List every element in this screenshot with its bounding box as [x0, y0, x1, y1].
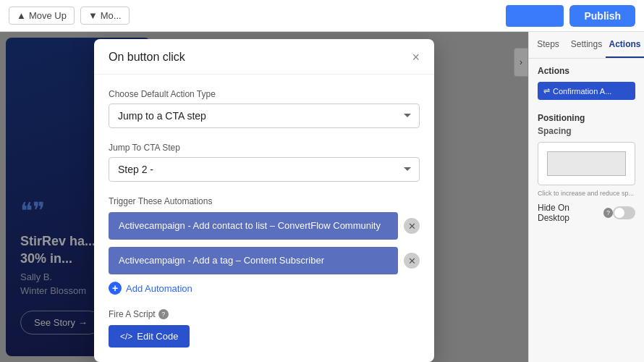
hide-desktop-text: Hide On Desktop: [538, 203, 601, 223]
hide-desktop-help-icon[interactable]: ?: [603, 208, 613, 218]
publish-label: Publish: [584, 10, 621, 22]
automation-item-1: Activecampaign - Add contact to list – C…: [109, 212, 420, 240]
tab-steps-label: Steps: [537, 39, 559, 49]
modal-title: On button click: [109, 51, 185, 64]
hide-on-desktop-section: Hide On Desktop ?: [529, 198, 644, 227]
default-action-group: Choose Default Action Type Jump to a CTA…: [109, 89, 420, 128]
edit-code-button[interactable]: </> Edit Code: [109, 325, 190, 348]
tab-steps[interactable]: Steps: [529, 32, 567, 58]
jump-to-select[interactable]: Step 1 - Step 2 - Step 3 -: [109, 157, 420, 182]
automation-chip-2[interactable]: Activecampaign - Add a tag – Content Sub…: [109, 247, 398, 274]
top-bar-left: ▲ Move Up ▼ Mo...: [9, 7, 130, 25]
top-bar-right: Publish: [506, 5, 635, 27]
spacing-hint: Click to increase and reduce sp...: [529, 188, 644, 198]
trigger-automations-group: Trigger These Automations Activecampaign…: [109, 196, 420, 295]
on-button-click-modal: On button click × Choose Default Action …: [94, 39, 434, 362]
tab-settings[interactable]: Settings: [567, 32, 606, 58]
tab-actions-label: Actions: [609, 39, 640, 49]
spacing-inner: [547, 151, 626, 176]
close-icon: ×: [412, 50, 420, 64]
jump-to-label: Jump To CTA Step: [109, 143, 420, 153]
tab-actions[interactable]: Actions: [606, 32, 644, 58]
automation-remove-1[interactable]: ✕: [404, 218, 420, 234]
default-action-label: Choose Default Action Type: [109, 89, 420, 99]
modal-close-button[interactable]: ×: [412, 51, 420, 64]
move-down-label: Mo...: [101, 10, 122, 21]
automation-label-2: Activecampaign - Add a tag – Content Sub…: [119, 255, 324, 266]
automation-item-2: Activecampaign - Add a tag – Content Sub…: [109, 247, 420, 274]
action-chip-icon: ⇌: [543, 86, 550, 96]
action-chip-label: Confirmation A...: [553, 87, 611, 96]
actions-section: Actions ⇌ Confirmation A...: [529, 59, 644, 110]
fire-script-section: Fire A Script ? </> Edit Code: [109, 309, 420, 348]
move-up-label: Move Up: [29, 10, 67, 21]
edit-code-label: Edit Code: [137, 331, 178, 342]
move-up-button[interactable]: ▲ Move Up: [9, 7, 75, 25]
fire-script-label-row: Fire A Script ?: [109, 309, 420, 319]
remove-icon-2: ✕: [408, 256, 416, 266]
default-action-select[interactable]: Jump to a CTA step Go to URL Close popup…: [109, 104, 420, 128]
fire-script-text: Fire A Script: [109, 309, 156, 319]
add-automation-label: Add Automation: [126, 283, 192, 294]
jump-to-step-group: Jump To CTA Step Step 1 - Step 2 - Step …: [109, 143, 420, 182]
action-chip-confirmation[interactable]: ⇌ Confirmation A...: [538, 82, 635, 100]
modal-header: On button click ×: [94, 39, 434, 75]
hide-desktop-toggle[interactable]: [613, 206, 635, 219]
modal-body: Choose Default Action Type Jump to a CTA…: [94, 75, 434, 362]
right-sidebar: Steps Settings Actions Actions ⇌ Confirm…: [528, 32, 644, 362]
spacing-box[interactable]: [538, 142, 635, 185]
move-down-button[interactable]: ▼ Mo...: [80, 7, 130, 25]
hide-desktop-label-row: Hide On Desktop ?: [538, 203, 613, 223]
remove-icon-1: ✕: [408, 221, 416, 232]
top-bar: ▲ Move Up ▼ Mo... Publish: [0, 0, 644, 32]
automation-chip-1[interactable]: Activecampaign - Add contact to list – C…: [109, 212, 398, 240]
chevron-up-icon: ▲: [17, 10, 26, 21]
plus-icon: +: [109, 282, 122, 295]
spacing-title: Spacing: [529, 123, 644, 139]
sidebar-tabs: Steps Settings Actions: [529, 32, 644, 59]
actions-section-title: Actions: [538, 66, 635, 76]
preview-button[interactable]: [506, 5, 564, 27]
modal-overlay: On button click × Choose Default Action …: [0, 32, 528, 362]
trigger-automations-label: Trigger These Automations: [109, 196, 420, 206]
publish-button[interactable]: Publish: [569, 5, 635, 27]
positioning-title: Positioning: [529, 113, 644, 123]
automation-remove-2[interactable]: ✕: [404, 253, 420, 269]
tab-settings-label: Settings: [571, 39, 602, 49]
add-automation-button[interactable]: + Add Automation: [109, 282, 192, 295]
positioning-section: Positioning Spacing Click to increase an…: [529, 113, 644, 198]
code-icon: </>: [120, 332, 132, 342]
automation-label-1: Activecampaign - Add contact to list – C…: [119, 220, 381, 231]
help-icon[interactable]: ?: [158, 309, 169, 319]
chevron-down-icon: ▼: [88, 10, 98, 21]
canvas-area: ❝❞ StirRev ha... by 30% in... Sally B. W…: [0, 32, 528, 362]
